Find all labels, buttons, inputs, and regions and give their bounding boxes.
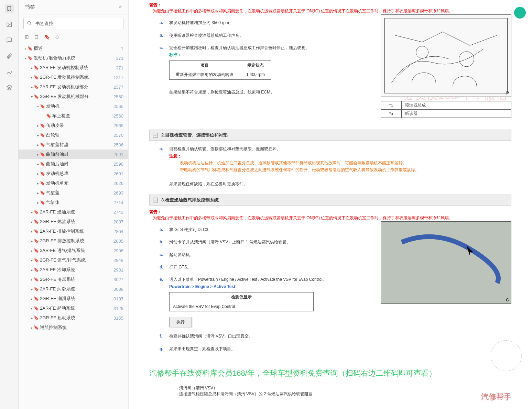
chevron-icon[interactable]: ▸ xyxy=(30,326,34,330)
section-header-3[interactable]: − 3.检查燃油蒸汽排放控制系统 xyxy=(149,195,511,206)
bookmark-label: 概述 xyxy=(34,45,119,52)
page-number: 3107 xyxy=(111,296,123,301)
bookmark-item[interactable]: ▸🔖2GR-FE 发动机控制系统1217 xyxy=(19,73,128,82)
bookmark-item[interactable]: ▸🔖2GR-FE 燃油系统2807 xyxy=(19,217,128,226)
chevron-icon[interactable]: ▸ xyxy=(30,297,34,301)
bookmark-item[interactable]: ▸🔖发动机单元2626 xyxy=(19,178,128,188)
app-badge-icon[interactable] xyxy=(514,7,526,19)
bookmark-item[interactable]: ▾🔖发动机/混合动力系统371 xyxy=(19,53,128,63)
bookmark-outline-icon[interactable]: ◇ xyxy=(55,34,59,40)
bookmark-tool-icon[interactable]: 🔖 xyxy=(44,34,50,40)
chevron-icon[interactable]: ▸ xyxy=(30,287,34,291)
bookmark-item[interactable]: ▸🔖2GR-FE 润滑系统3107 xyxy=(19,294,128,303)
bookmark-glyph-icon: 🔖 xyxy=(46,113,51,118)
chevron-icon[interactable]: ▸ xyxy=(36,124,40,128)
chevron-icon[interactable]: ▸ xyxy=(36,153,40,156)
bookmark-item[interactable]: ▸🔖气缸盖2693 xyxy=(19,188,128,198)
chevron-icon[interactable]: ▸ xyxy=(30,249,34,253)
chevron-icon[interactable]: ▸ xyxy=(36,133,40,137)
signature-icon[interactable] xyxy=(5,67,14,76)
bookmark-label: 发动机总成 xyxy=(46,170,111,177)
bookmark-item[interactable]: ▸🔖2GR-FE 排放控制系统2885 xyxy=(19,236,128,246)
bookmark-item[interactable]: ▸🔖气缸盖衬垫2586 xyxy=(19,140,128,150)
bookmark-item[interactable]: ▸🔖2AR-FE 起动系统3129 xyxy=(19,303,128,313)
chevron-icon[interactable]: ▸ xyxy=(36,162,40,166)
promo-text: 汽修帮手在线资料库会员168/年，全球车型资料免费查询（扫码右边二维码即可查看） xyxy=(149,368,511,378)
attachment-icon[interactable] xyxy=(5,52,14,60)
chevron-icon[interactable]: ▸ xyxy=(30,239,34,243)
comment-icon[interactable] xyxy=(5,36,14,45)
bookmark-glyph-icon: 🔖 xyxy=(40,142,45,147)
bookmark-item[interactable]: ▸🔖概述1 xyxy=(19,44,128,53)
bookmark-item[interactable]: ▸🔖曲轴前油封2591 xyxy=(19,150,128,159)
page-number: 2626 xyxy=(111,181,123,186)
chevron-icon[interactable]: ▾ xyxy=(36,104,40,108)
bookmark-item[interactable]: ▸🔖发动机总成2601 xyxy=(19,169,128,178)
chevron-icon[interactable]: ▸ xyxy=(30,85,34,89)
bookmark-label: 车上检查 xyxy=(52,113,111,119)
warning-label: 警告： xyxy=(149,209,511,215)
svg-point-2 xyxy=(28,21,31,24)
chevron-icon[interactable]: ▸ xyxy=(36,191,40,195)
page-number: 2885 xyxy=(111,239,123,244)
svg-point-4 xyxy=(416,46,428,58)
page-number: 2864 xyxy=(111,229,123,234)
bookmark-icon[interactable] xyxy=(5,4,14,13)
bookmark-item[interactable]: ▸🔖2GR-FE 进气/排气系统2948 xyxy=(19,255,128,265)
bookmark-item[interactable]: ▸🔖2AR-FE 燃油系统2743 xyxy=(19,207,128,217)
bookmark-item[interactable]: ▸🔖气缸体2714 xyxy=(19,198,128,207)
document-view[interactable]: 汽修帮手在线资料库会员仅168/年，微信 警告： 为避免由于接触工作中的多楔带或… xyxy=(129,0,532,409)
chevron-icon[interactable]: ▸ xyxy=(36,172,40,176)
bookmark-item[interactable]: ▸🔖2GR-FE 起动系统3155 xyxy=(19,313,128,323)
search-icon xyxy=(27,21,32,27)
chevron-icon[interactable]: ▸ xyxy=(30,230,34,233)
chevron-icon[interactable]: ▸ xyxy=(30,210,34,214)
bookmark-item[interactable]: ▸🔖传动皮带2565 xyxy=(19,121,128,130)
search-input[interactable] xyxy=(23,18,123,29)
bookmark-item[interactable]: ▾🔖发动机2560 xyxy=(19,101,128,111)
chevron-icon[interactable]: ▸ xyxy=(36,201,40,204)
chevron-icon[interactable]: ▸ xyxy=(30,220,34,224)
bookmark-item[interactable]: ▸🔖2GR-FE 冷却系统3027 xyxy=(19,275,128,284)
chevron-icon[interactable]: ▸ xyxy=(36,143,40,147)
close-icon[interactable]: × xyxy=(118,3,122,11)
execute-button[interactable]: 执行 xyxy=(169,317,192,327)
bookmark-glyph-icon: 🔖 xyxy=(40,104,45,109)
collapse-icon[interactable]: − xyxy=(153,133,158,137)
chevron-icon[interactable]: ▸ xyxy=(36,181,40,185)
bookmark-item[interactable]: ▸🔖2AR-FE 发动机控制系统371 xyxy=(19,63,128,73)
chevron-icon[interactable]: ▾ xyxy=(23,56,28,60)
bookmark-glyph-icon: 🔖 xyxy=(34,306,39,311)
bookmark-item[interactable]: ▸🔖凸轮轴2570 xyxy=(19,130,128,140)
chevron-icon[interactable]: ▸ xyxy=(23,47,28,51)
bookmark-item[interactable]: ▸🔖2AR-FE 进气/排气系统2906 xyxy=(19,246,128,255)
bookmark-item[interactable]: ▸🔖2AR-FE 冷却系统2981 xyxy=(19,265,128,275)
chevron-icon[interactable]: ▸ xyxy=(30,316,34,320)
chevron-icon[interactable]: ▸ xyxy=(30,66,34,70)
layers-icon[interactable] xyxy=(5,83,14,92)
page-number: 3155 xyxy=(111,316,123,321)
page-number: 1 xyxy=(119,46,123,51)
collapse-icon[interactable]: − xyxy=(153,198,158,202)
bookmark-item[interactable]: 🔖车上检查2560 xyxy=(19,111,128,121)
chevron-icon[interactable]: ▸ xyxy=(30,258,34,262)
page-number: 1217 xyxy=(111,75,123,80)
chevron-icon[interactable]: ▸ xyxy=(30,307,34,310)
page-number: 2560 xyxy=(111,113,123,119)
collapse-all-icon[interactable]: ⊟ xyxy=(34,34,39,40)
bookmark-glyph-icon: 🔖 xyxy=(34,258,39,263)
section-header-2[interactable]: − 2.目视检查软管、连接部位和衬垫 xyxy=(149,130,511,141)
image-icon[interactable] xyxy=(5,20,14,29)
bookmark-item[interactable]: ▸🔖曲轴后油封2596 xyxy=(19,159,128,169)
bookmark-item[interactable]: ▸🔖巡航控制系统 xyxy=(19,323,128,332)
bookmark-label: 2GR-FE 燃油系统 xyxy=(40,219,111,225)
chevron-icon[interactable]: ▸ xyxy=(30,278,34,281)
bookmark-item[interactable]: ▸🔖2AR-FE 润滑系统3088 xyxy=(19,284,128,294)
bookmark-item[interactable]: ▸🔖2AR-FE 发动机机械部分2377 xyxy=(19,82,128,92)
bookmark-item[interactable]: ▾🔖2GR-FE 发动机机械部分2560 xyxy=(19,92,128,101)
bookmark-item[interactable]: ▸🔖2AR-FE 排放控制系统2864 xyxy=(19,226,128,236)
chevron-icon[interactable]: ▸ xyxy=(30,268,34,272)
chevron-icon[interactable]: ▸ xyxy=(30,76,34,79)
expand-all-icon[interactable]: ⊞ xyxy=(25,34,29,40)
chevron-icon[interactable]: ▾ xyxy=(30,95,34,99)
